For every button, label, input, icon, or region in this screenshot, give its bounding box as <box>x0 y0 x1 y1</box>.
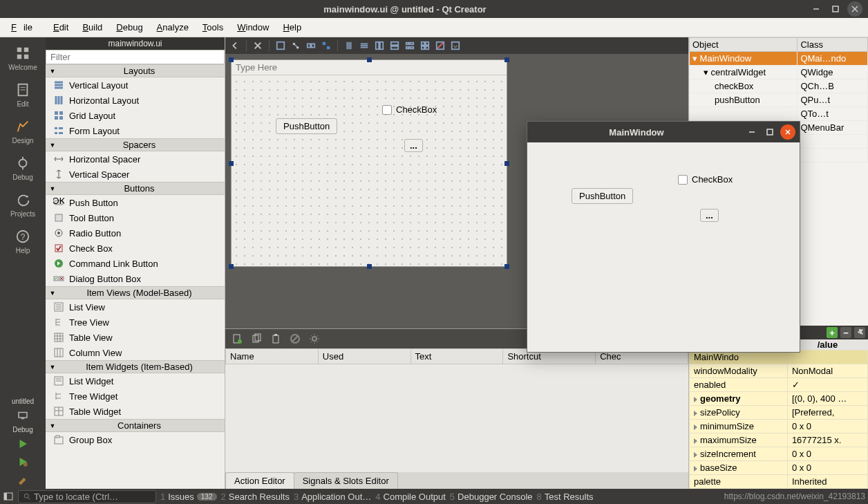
widget-item[interactable]: List View <box>46 299 225 315</box>
widget-item[interactable]: Vertical Spacer <box>46 167 225 182</box>
column-header[interactable]: Used <box>318 349 411 364</box>
open-doc-tab[interactable]: mainwindow.ui <box>46 37 225 50</box>
edit-buddies-icon[interactable] <box>305 40 317 51</box>
widget-filter-input[interactable] <box>46 50 225 64</box>
back-icon[interactable] <box>229 40 240 51</box>
remove-dynamic-prop-icon[interactable]: − <box>840 327 851 338</box>
column-header[interactable]: Text <box>411 349 503 364</box>
paste-icon[interactable] <box>270 333 282 345</box>
property-row[interactable]: maximumSize16777215 x. <box>690 433 868 447</box>
property-row[interactable]: paletteInherited <box>690 475 868 489</box>
editor-tab[interactable]: Signals & Slots Editor <box>294 472 398 489</box>
widget-item[interactable]: Grid Layout <box>46 108 225 123</box>
widget-item[interactable]: OKPush Button <box>46 195 225 210</box>
menu-build[interactable]: Build <box>82 22 102 32</box>
layout-form-icon[interactable] <box>404 40 415 51</box>
mode-help[interactable]: ?Help <box>0 225 46 261</box>
new-action-icon[interactable] <box>231 333 243 345</box>
add-dynamic-prop-icon[interactable]: + <box>827 327 838 338</box>
property-row[interactable]: windowModalityNonModal <box>690 364 868 378</box>
layout-vsplit-icon[interactable] <box>389 40 400 51</box>
widget-item[interactable]: Vertical Layout <box>46 77 225 93</box>
output-pane-tab[interactable]: 2 Search Results <box>221 492 290 502</box>
form-main-window[interactable]: Type Here PushButton CheckBox ... <box>231 59 507 267</box>
delete-icon[interactable] <box>289 333 301 345</box>
property-row[interactable]: sizeIncrement0 x 0 <box>690 447 868 461</box>
widget-group[interactable]: ▼Spacers <box>46 138 225 151</box>
layout-hsplit-icon[interactable] <box>374 40 385 51</box>
object-row[interactable]: ▾ centralWidgetQWidge <box>690 66 868 80</box>
toggle-sidebar-icon[interactable] <box>3 491 14 502</box>
widget-group[interactable]: ▼Item Views (Model-Based) <box>46 286 225 299</box>
locator-input[interactable]: Type to locate (Ctrl… <box>18 490 156 503</box>
configure-icon[interactable] <box>308 333 321 345</box>
build-config-label[interactable]: Debug <box>12 426 32 433</box>
output-pane-tab[interactable]: 8 Test Results <box>537 492 594 502</box>
object-row[interactable]: pushButtonQPu…t <box>690 93 868 107</box>
widget-group[interactable]: ▼Buttons <box>46 182 225 195</box>
widget-item[interactable]: Form Layout <box>46 123 225 138</box>
break-layout-icon[interactable] <box>435 40 446 51</box>
maximize-button[interactable] <box>828 1 843 17</box>
edit-signals-icon[interactable] <box>290 40 301 51</box>
layout-vertical-icon[interactable] <box>359 40 370 51</box>
widget-group[interactable]: ▼Item Widgets (Item-Based) <box>46 360 225 373</box>
minimize-button[interactable] <box>809 1 824 17</box>
menu-analyze[interactable]: Analyze <box>157 22 189 32</box>
mode-edit[interactable]: Edit <box>0 78 46 115</box>
preview-toolbutton[interactable]: ... <box>700 209 719 222</box>
preview-checkbox[interactable]: CheckBox <box>678 174 733 185</box>
mode-debug[interactable]: Debug <box>0 151 46 188</box>
output-pane-tab[interactable]: 3 Application Out… <box>294 492 371 502</box>
close-subwindow-icon[interactable] <box>252 40 263 51</box>
layout-horizontal-icon[interactable] <box>343 40 355 51</box>
widget-item[interactable]: Group Box <box>46 432 225 447</box>
property-row[interactable]: minimumSize0 x 0 <box>690 420 868 433</box>
preview-window[interactable]: MainWindow PushButton CheckBox ... <box>527 121 800 353</box>
configure-props-icon[interactable] <box>854 327 865 338</box>
property-row[interactable]: geometry[(0, 0), 400 … <box>690 392 868 406</box>
preview-close-button[interactable] <box>780 124 795 140</box>
adjust-size-icon[interactable] <box>450 40 461 51</box>
kit-selector-icon[interactable] <box>15 409 30 422</box>
copy-icon[interactable] <box>250 333 263 345</box>
widget-item[interactable]: Horizontal Layout <box>46 93 225 108</box>
widget-item[interactable]: Dialog Button Box <box>46 271 225 286</box>
widget-item[interactable]: Radio Button <box>46 225 225 241</box>
run-button[interactable] <box>15 438 30 450</box>
widget-item[interactable]: Tree View <box>46 315 225 330</box>
object-row[interactable]: ▾ MainWindowQMai…ndo <box>690 52 868 66</box>
widget-item[interactable]: List Widget <box>46 373 225 389</box>
property-row[interactable]: enabled✓ <box>690 378 868 392</box>
layout-grid-icon[interactable] <box>419 40 431 51</box>
property-row[interactable]: sizePolicy[Preferred, <box>690 406 868 420</box>
widget-item[interactable]: Column View <box>46 345 225 360</box>
output-pane-tab[interactable]: 1 Issues 132 <box>160 492 217 502</box>
object-row[interactable]: QTo…t <box>690 107 868 121</box>
form-checkbox[interactable]: CheckBox <box>382 104 437 115</box>
object-row[interactable]: checkBoxQCh…B <box>690 80 868 93</box>
output-pane-tab[interactable]: 5 Debugger Console <box>450 492 533 502</box>
menu-help[interactable]: Help <box>283 22 301 32</box>
widget-item[interactable]: Table View <box>46 330 225 345</box>
form-pushbutton[interactable]: PushButton <box>276 118 337 134</box>
menu-window[interactable]: Window <box>237 22 269 32</box>
preview-minimize-button[interactable] <box>744 124 760 140</box>
menu-file[interactable]: File <box>11 22 39 32</box>
editor-tab[interactable]: Action Editor <box>225 472 294 489</box>
preview-maximize-button[interactable] <box>762 124 777 140</box>
widget-group[interactable]: ▼Layouts <box>46 64 225 77</box>
debug-run-button[interactable] <box>15 456 30 468</box>
mode-design[interactable]: Design <box>0 115 46 151</box>
property-row[interactable]: baseSize0 x 0 <box>690 461 868 475</box>
build-button[interactable] <box>15 474 30 486</box>
column-header[interactable]: Name <box>226 349 319 364</box>
menu-edit[interactable]: Edit <box>53 22 68 32</box>
form-menubar[interactable]: Type Here <box>232 60 507 75</box>
output-pane-tab[interactable]: 4 Compile Output <box>375 492 446 502</box>
preview-pushbutton[interactable]: PushButton <box>572 188 633 204</box>
property-editor[interactable]: /indow/alue MainWindo windowModalityNonM… <box>689 339 868 489</box>
menu-tools[interactable]: Tools <box>202 22 223 32</box>
widget-item[interactable]: Tree Widget <box>46 389 225 404</box>
mode-welcome[interactable]: Welcome <box>0 41 46 78</box>
